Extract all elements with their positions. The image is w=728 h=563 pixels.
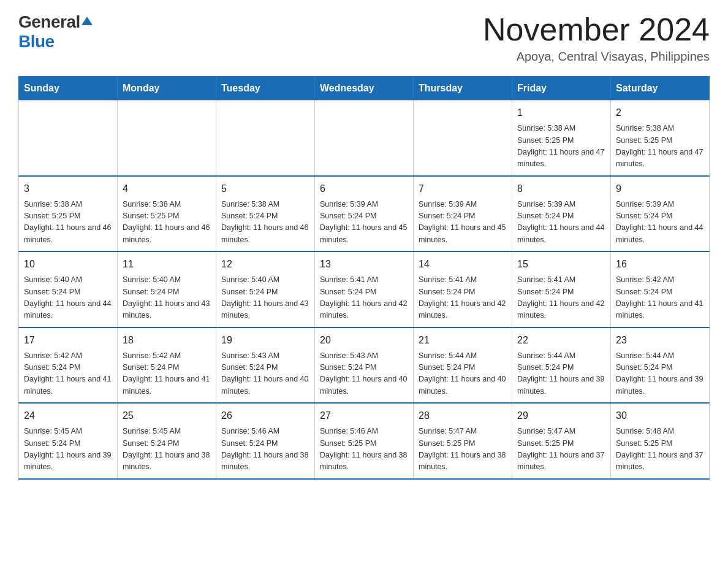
table-row: 4Sunrise: 5:38 AMSunset: 5:25 PMDaylight… (118, 176, 216, 252)
col-monday: Monday (118, 77, 216, 101)
table-row: 14Sunrise: 5:41 AMSunset: 5:24 PMDayligh… (414, 251, 512, 327)
day-info: Sunrise: 5:47 AMSunset: 5:25 PMDaylight:… (517, 426, 605, 473)
table-row (216, 101, 315, 176)
table-row: 15Sunrise: 5:41 AMSunset: 5:24 PMDayligh… (512, 251, 611, 327)
day-number: 27 (320, 408, 408, 423)
table-row: 17Sunrise: 5:42 AMSunset: 5:24 PMDayligh… (19, 327, 118, 404)
table-row: 25Sunrise: 5:45 AMSunset: 5:24 PMDayligh… (118, 403, 216, 479)
day-number: 13 (320, 257, 408, 272)
day-info: Sunrise: 5:45 AMSunset: 5:24 PMDaylight:… (24, 426, 112, 473)
table-row: 27Sunrise: 5:46 AMSunset: 5:25 PMDayligh… (315, 403, 414, 479)
day-number: 26 (221, 408, 309, 423)
col-wednesday: Wednesday (315, 77, 414, 101)
day-info: Sunrise: 5:39 AMSunset: 5:24 PMDaylight:… (517, 199, 605, 247)
day-number: 3 (24, 182, 112, 196)
table-row: 21Sunrise: 5:44 AMSunset: 5:24 PMDayligh… (414, 327, 512, 404)
day-info: Sunrise: 5:42 AMSunset: 5:24 PMDaylight:… (24, 350, 112, 398)
day-number: 5 (221, 182, 309, 196)
table-row: 9Sunrise: 5:39 AMSunset: 5:24 PMDaylight… (611, 176, 710, 252)
day-info: Sunrise: 5:39 AMSunset: 5:24 PMDaylight:… (320, 199, 408, 247)
day-number: 24 (24, 408, 112, 423)
day-info: Sunrise: 5:41 AMSunset: 5:24 PMDaylight:… (320, 274, 408, 322)
day-info: Sunrise: 5:44 AMSunset: 5:24 PMDaylight:… (419, 350, 507, 398)
logo-triangle-icon (82, 15, 93, 26)
svg-marker-0 (82, 17, 93, 25)
day-number: 7 (419, 182, 507, 196)
table-row: 13Sunrise: 5:41 AMSunset: 5:24 PMDayligh… (315, 251, 414, 327)
day-info: Sunrise: 5:38 AMSunset: 5:25 PMDaylight:… (24, 199, 112, 247)
day-number: 28 (419, 408, 507, 423)
day-number: 2 (616, 105, 704, 120)
day-info: Sunrise: 5:38 AMSunset: 5:24 PMDaylight:… (221, 199, 309, 247)
table-row: 8Sunrise: 5:39 AMSunset: 5:24 PMDaylight… (512, 176, 611, 252)
table-row (19, 101, 118, 176)
title-block: November 2024 Apoya, Central Visayas, Ph… (483, 12, 710, 64)
day-number: 14 (419, 257, 507, 272)
calendar-table: Sunday Monday Tuesday Wednesday Thursday… (18, 76, 710, 480)
day-number: 8 (517, 182, 605, 196)
col-saturday: Saturday (611, 77, 710, 101)
col-friday: Friday (512, 77, 611, 101)
table-row: 7Sunrise: 5:39 AMSunset: 5:24 PMDaylight… (414, 176, 512, 252)
day-number: 4 (123, 182, 211, 196)
day-number: 20 (320, 333, 408, 348)
day-info: Sunrise: 5:45 AMSunset: 5:24 PMDaylight:… (123, 426, 211, 473)
table-row: 2Sunrise: 5:38 AMSunset: 5:25 PMDaylight… (611, 101, 710, 176)
day-number: 9 (616, 182, 704, 196)
logo-blue-text: Blue (18, 32, 55, 51)
table-row: 6Sunrise: 5:39 AMSunset: 5:24 PMDaylight… (315, 176, 414, 252)
calendar-week-row: 1Sunrise: 5:38 AMSunset: 5:25 PMDaylight… (19, 101, 710, 176)
day-info: Sunrise: 5:48 AMSunset: 5:25 PMDaylight:… (616, 426, 704, 473)
day-info: Sunrise: 5:43 AMSunset: 5:24 PMDaylight:… (221, 350, 309, 398)
table-row: 19Sunrise: 5:43 AMSunset: 5:24 PMDayligh… (216, 327, 315, 404)
location-subtitle: Apoya, Central Visayas, Philippines (483, 50, 710, 64)
day-number: 19 (221, 333, 309, 348)
table-row: 3Sunrise: 5:38 AMSunset: 5:25 PMDaylight… (19, 176, 118, 252)
table-row: 18Sunrise: 5:42 AMSunset: 5:24 PMDayligh… (118, 327, 216, 404)
day-info: Sunrise: 5:46 AMSunset: 5:25 PMDaylight:… (320, 426, 408, 473)
day-number: 6 (320, 182, 408, 196)
day-number: 23 (616, 333, 704, 348)
day-info: Sunrise: 5:44 AMSunset: 5:24 PMDaylight:… (616, 350, 704, 398)
day-info: Sunrise: 5:38 AMSunset: 5:25 PMDaylight:… (517, 123, 605, 170)
col-sunday: Sunday (19, 77, 118, 101)
table-row: 10Sunrise: 5:40 AMSunset: 5:24 PMDayligh… (19, 251, 118, 327)
day-number: 15 (517, 257, 605, 272)
day-info: Sunrise: 5:39 AMSunset: 5:24 PMDaylight:… (616, 199, 704, 247)
table-row: 20Sunrise: 5:43 AMSunset: 5:24 PMDayligh… (315, 327, 414, 404)
table-row (414, 101, 512, 176)
day-number: 18 (123, 333, 211, 348)
day-info: Sunrise: 5:41 AMSunset: 5:24 PMDaylight:… (517, 274, 605, 322)
table-row: 11Sunrise: 5:40 AMSunset: 5:24 PMDayligh… (118, 251, 216, 327)
month-year-title: November 2024 (483, 12, 710, 47)
day-info: Sunrise: 5:42 AMSunset: 5:24 PMDaylight:… (123, 350, 211, 398)
table-row: 26Sunrise: 5:46 AMSunset: 5:24 PMDayligh… (216, 403, 315, 479)
day-info: Sunrise: 5:44 AMSunset: 5:24 PMDaylight:… (517, 350, 605, 398)
day-info: Sunrise: 5:40 AMSunset: 5:24 PMDaylight:… (24, 274, 112, 322)
day-number: 16 (616, 257, 704, 272)
day-info: Sunrise: 5:40 AMSunset: 5:24 PMDaylight:… (221, 274, 309, 322)
day-number: 21 (419, 333, 507, 348)
calendar-week-row: 3Sunrise: 5:38 AMSunset: 5:25 PMDaylight… (19, 176, 710, 252)
calendar-week-row: 24Sunrise: 5:45 AMSunset: 5:24 PMDayligh… (19, 403, 710, 479)
day-info: Sunrise: 5:42 AMSunset: 5:24 PMDaylight:… (616, 274, 704, 322)
col-tuesday: Tuesday (216, 77, 315, 101)
page-header: General Blue November 2024 Apoya, Centra… (18, 12, 710, 64)
day-info: Sunrise: 5:40 AMSunset: 5:24 PMDaylight:… (123, 274, 211, 322)
day-info: Sunrise: 5:39 AMSunset: 5:24 PMDaylight:… (419, 199, 507, 247)
day-number: 17 (24, 333, 112, 348)
calendar-week-row: 10Sunrise: 5:40 AMSunset: 5:24 PMDayligh… (19, 251, 710, 327)
table-row: 28Sunrise: 5:47 AMSunset: 5:25 PMDayligh… (414, 403, 512, 479)
day-info: Sunrise: 5:41 AMSunset: 5:24 PMDaylight:… (419, 274, 507, 322)
day-number: 11 (123, 257, 211, 272)
table-row: 16Sunrise: 5:42 AMSunset: 5:24 PMDayligh… (611, 251, 710, 327)
day-number: 10 (24, 257, 112, 272)
table-row (315, 101, 414, 176)
table-row: 12Sunrise: 5:40 AMSunset: 5:24 PMDayligh… (216, 251, 315, 327)
logo: General Blue (18, 12, 93, 52)
day-number: 25 (123, 408, 211, 423)
table-row: 24Sunrise: 5:45 AMSunset: 5:24 PMDayligh… (19, 403, 118, 479)
day-number: 22 (517, 333, 605, 348)
day-info: Sunrise: 5:38 AMSunset: 5:25 PMDaylight:… (616, 123, 704, 170)
table-row: 30Sunrise: 5:48 AMSunset: 5:25 PMDayligh… (611, 403, 710, 479)
